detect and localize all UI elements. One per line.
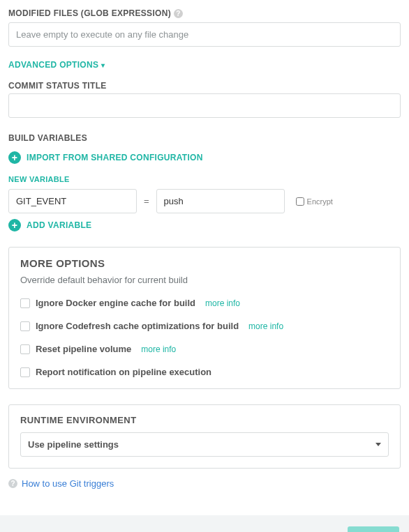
plus-icon: +	[8, 219, 21, 231]
advanced-options-label: ADVANCED OPTIONS	[8, 60, 98, 70]
more-info-link[interactable]: more info	[205, 298, 240, 308]
how-to-use-git-triggers-link[interactable]: ? How to use Git triggers	[8, 478, 114, 489]
ignore-codefresh-cache-label: Ignore Codefresh cache optimizations for…	[36, 321, 239, 331]
ignore-codefresh-cache-checkbox[interactable]	[20, 321, 30, 331]
more-info-link[interactable]: more info	[141, 344, 176, 354]
add-variable-button[interactable]: + ADD VARIABLE	[8, 219, 91, 231]
runtime-environment-title: RUNTIME ENVIRONMENT	[20, 415, 389, 425]
commit-status-input[interactable]	[8, 93, 401, 118]
caret-down-icon	[375, 443, 381, 446]
next-button[interactable]: NEXT	[348, 526, 399, 532]
advanced-options-toggle[interactable]: ADVANCED OPTIONS ▾	[8, 60, 105, 70]
ignore-docker-cache-label: Ignore Docker engine cache for build	[36, 298, 195, 308]
add-variable-label: ADD VARIABLE	[27, 220, 91, 230]
equals-sign: =	[144, 196, 149, 206]
footer: BACK NEXT	[0, 515, 409, 532]
help-icon[interactable]: ?	[174, 9, 183, 18]
build-variables-label: BUILD VARIABLES	[8, 133, 87, 143]
runtime-environment-panel: RUNTIME ENVIRONMENT Use pipeline setting…	[8, 404, 401, 469]
variable-value-input[interactable]	[156, 189, 285, 213]
new-variable-label: NEW VARIABLE	[8, 175, 401, 183]
import-shared-config-button[interactable]: + IMPORT FROM SHARED CONFIGURATION	[8, 151, 203, 164]
more-options-panel: MORE OPTIONS Override default behavior f…	[8, 247, 401, 389]
chevron-down-icon: ▾	[101, 61, 105, 69]
encrypt-checkbox-wrap[interactable]: Encrypt	[296, 197, 333, 206]
modified-files-label: MODIFIED FILES (GLOB EXPRESSION)	[8, 8, 171, 18]
more-info-link[interactable]: more info	[248, 321, 283, 331]
more-options-title: MORE OPTIONS	[20, 257, 389, 269]
reset-volume-label: Reset pipeline volume	[36, 344, 131, 354]
help-icon: ?	[8, 479, 17, 488]
report-notification-checkbox[interactable]	[20, 367, 30, 377]
variable-key-input[interactable]	[8, 189, 137, 213]
more-options-subtitle: Override default behavior for current bu…	[20, 275, 389, 285]
report-notification-label: Report notification on pipeline executio…	[36, 367, 211, 377]
runtime-selected-value: Use pipeline settings	[28, 439, 119, 450]
encrypt-checkbox[interactable]	[296, 197, 304, 206]
encrypt-label: Encrypt	[307, 197, 333, 206]
modified-files-input[interactable]	[8, 22, 401, 47]
help-link-text: How to use Git triggers	[22, 478, 114, 489]
runtime-environment-select[interactable]: Use pipeline settings	[20, 432, 389, 457]
commit-status-label: COMMIT STATUS TITLE	[8, 81, 107, 91]
reset-volume-checkbox[interactable]	[20, 344, 30, 354]
plus-icon: +	[8, 151, 21, 164]
ignore-docker-cache-checkbox[interactable]	[20, 298, 30, 308]
import-shared-config-label: IMPORT FROM SHARED CONFIGURATION	[27, 153, 203, 162]
